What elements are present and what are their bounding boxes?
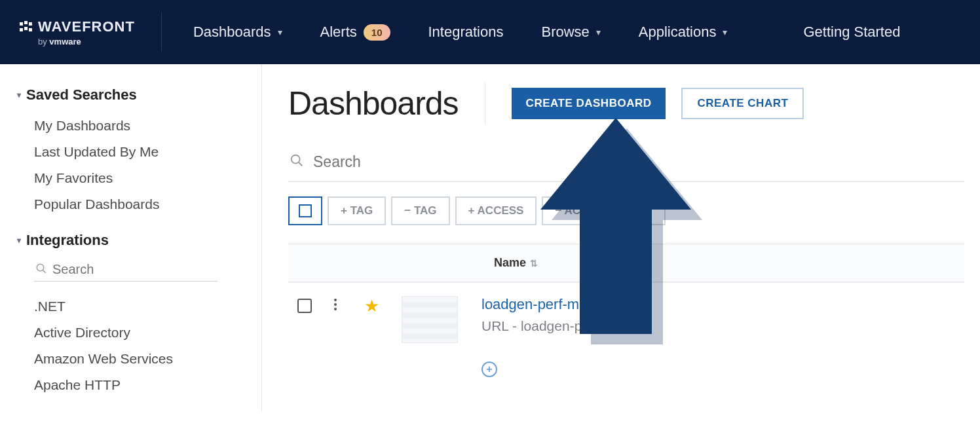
sidebar-item-last-updated-by-me[interactable]: Last Updated By Me (17, 139, 244, 165)
chip-add-access[interactable]: + ACCESS (455, 196, 537, 225)
create-chart-button[interactable]: CREATE CHART (681, 88, 804, 119)
chip-remove-access[interactable]: − ACCESS (542, 196, 624, 225)
sidebar-item-my-dashboards[interactable]: My Dashboards (17, 113, 244, 139)
sort-icon: ⇅ (530, 258, 538, 268)
sidebar-item-active-directory[interactable]: Active Directory (17, 320, 244, 346)
svg-rect-2 (29, 22, 32, 26)
sidebar-item-amazon-web-services[interactable]: Amazon Web Services (17, 346, 244, 372)
favorite-star-icon[interactable]: ★ (364, 296, 379, 316)
svg-line-7 (43, 270, 46, 273)
filter-chip-row: + TAG − TAG + ACCESS − ACCESS (288, 196, 964, 225)
sidebar-item-popular-dashboards[interactable]: Popular Dashboards (17, 191, 244, 217)
dashboards-search[interactable] (288, 149, 964, 182)
chevron-down-icon: ▾ (17, 236, 21, 245)
top-navigation: WAVEFRONT by vmware Dashboards ▾ Alerts … (0, 0, 980, 64)
dashboards-search-input[interactable] (313, 153, 575, 171)
row-actions-menu[interactable] (329, 299, 342, 310)
chip-delete[interactable] (629, 196, 666, 225)
table-row: ★ loadgen-perf-metrics URL - loadgen-per… (288, 282, 964, 382)
trash-icon (642, 205, 652, 217)
brand-logo[interactable]: WAVEFRONT by vmware (20, 12, 162, 52)
sidebar-integrations-search-input[interactable] (52, 262, 216, 277)
svg-point-8 (292, 155, 300, 164)
alerts-count-badge: 10 (364, 24, 390, 41)
sidebar: ▾ Saved Searches My Dashboards Last Upda… (0, 64, 262, 411)
svg-rect-3 (20, 28, 23, 31)
dashboards-table-header: Name ⇅ (288, 244, 964, 282)
sidebar-item-apache-http[interactable]: Apache HTTP (17, 372, 244, 398)
chevron-down-icon: ▾ (17, 90, 21, 100)
sidebar-section-integrations[interactable]: ▾ Integrations (17, 232, 244, 249)
nav-browse[interactable]: Browse ▾ (541, 24, 600, 41)
dashboard-url-label: URL - loadgen-perf-metrics (481, 318, 647, 334)
svg-line-9 (299, 162, 303, 166)
row-checkbox[interactable] (297, 299, 312, 313)
svg-rect-1 (24, 21, 28, 24)
sidebar-item-dotnet[interactable]: .NET (17, 293, 244, 320)
nav-alerts[interactable]: Alerts 10 (320, 24, 390, 41)
chip-add-tag[interactable]: + TAG (328, 196, 386, 225)
search-icon (35, 263, 47, 277)
nav-dashboards[interactable]: Dashboards ▾ (193, 24, 282, 41)
sidebar-item-my-favorites[interactable]: My Favorites (17, 165, 244, 191)
sidebar-section-saved-searches[interactable]: ▾ Saved Searches (17, 86, 244, 103)
create-dashboard-button[interactable]: CREATE DASHBOARD (512, 88, 666, 119)
search-icon (290, 153, 304, 171)
nav-applications[interactable]: Applications ▾ (639, 24, 728, 41)
brand-name: WAVEFRONT (38, 18, 135, 35)
chip-remove-tag[interactable]: − TAG (391, 196, 449, 225)
svg-rect-0 (20, 22, 23, 26)
dashboard-thumbnail[interactable] (402, 296, 458, 343)
page-title: Dashboards (288, 84, 459, 122)
sidebar-integrations-search[interactable] (34, 258, 217, 282)
chevron-down-icon: ▾ (278, 27, 282, 37)
main-content: Dashboards CREATE DASHBOARD CREATE CHART… (262, 64, 980, 411)
column-header-name[interactable]: Name ⇅ (494, 256, 538, 270)
divider (485, 83, 485, 124)
wavefront-logo-icon (20, 21, 33, 33)
add-tag-icon[interactable]: + (481, 361, 497, 377)
select-all-checkbox[interactable] (288, 196, 322, 225)
nav-menu: Dashboards ▾ Alerts 10 Integrations Brow… (193, 24, 901, 41)
nav-integrations[interactable]: Integrations (428, 24, 504, 41)
svg-point-6 (37, 264, 44, 271)
nav-getting-started[interactable]: Getting Started (803, 24, 900, 41)
dashboard-name-link[interactable]: loadgen-perf-metrics (481, 296, 647, 313)
brand-byline: by vmware (38, 37, 81, 46)
chevron-down-icon: ▾ (723, 27, 727, 37)
chevron-down-icon: ▾ (596, 27, 601, 37)
svg-rect-4 (24, 27, 28, 30)
svg-rect-5 (29, 28, 32, 31)
